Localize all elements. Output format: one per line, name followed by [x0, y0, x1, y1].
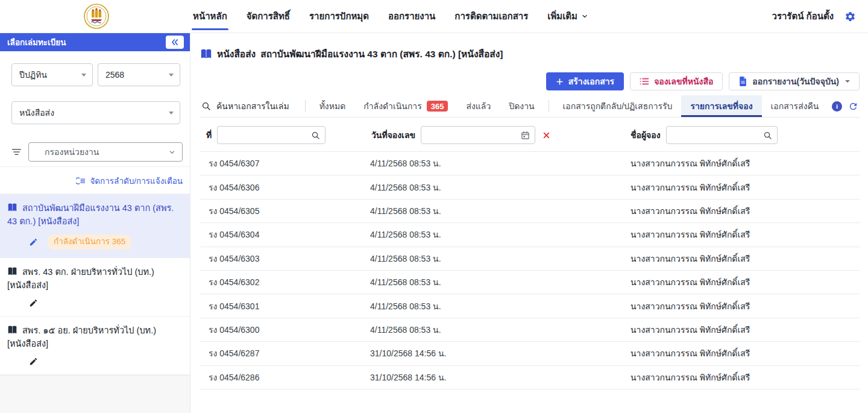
book-item-label: สพร. ๑๕ อย. ฝ่ายบริหารทั่วไป (บท.) [หนัง… — [7, 326, 156, 348]
unit-filter-select[interactable]: กรองหน่วยงาน — [28, 142, 183, 162]
file-icon — [738, 77, 747, 86]
filter-date-input[interactable] — [426, 130, 521, 140]
year-select[interactable]: 2568 — [98, 63, 180, 86]
app-logo — [0, 0, 193, 33]
cell-document-no: รง 0454/6304 — [200, 228, 370, 241]
cell-document-no: รง 0454/6287 — [200, 347, 370, 360]
manage-order-link[interactable]: จัดการลำดับ/การแจ้งเตือน — [0, 166, 190, 194]
cell-document-no: รง 0454/6301 — [200, 300, 370, 313]
cell-document-no: รง 0454/6303 — [200, 252, 370, 265]
caret-down-icon — [845, 80, 850, 83]
search-icon — [201, 101, 211, 111]
create-document-button[interactable]: สร้างเอกสาร — [546, 72, 624, 90]
column-header-no: ที่ — [206, 128, 212, 142]
book-icon — [7, 267, 17, 276]
filter-name-input[interactable] — [671, 130, 763, 140]
book-item-label: สพร. 43 ตก. ฝ่ายบริหารทั่วไป (บท.) [หนัง… — [7, 267, 154, 290]
user-name: วรารัตน์ ก้อนตั้ง — [772, 9, 834, 24]
table-row[interactable]: รง 0454/6305 4/11/2568 08:53 น. นางสาวกน… — [200, 200, 860, 223]
search-icon[interactable] — [311, 131, 320, 140]
cell-reserver-name: นางสาวกนกวรรณ พิทักษ์ศักดิ์เสรี — [631, 181, 860, 194]
register-sidebar: เลือกเล่มทะเบียน ปีปฏิทิน 2568 หนังสือส่… — [0, 33, 190, 413]
close-icon — [542, 131, 550, 139]
book-item-selected[interactable]: สถาบันพัฒนาฝีมือแรงงาน 43 ตาก (สพร. 43 ต… — [0, 194, 190, 258]
table-row[interactable]: รง 0454/6306 4/11/2568 08:53 น. นางสาวกน… — [200, 175, 860, 199]
caret-down-icon — [169, 112, 174, 115]
table-row[interactable]: รง 0454/6287 31/10/2568 14:56 น. นางสาวก… — [200, 342, 860, 365]
caret-down-icon — [81, 74, 86, 77]
book-item-label: สถาบันพัฒนาฝีมือแรงงาน 43 ตาก (สพร. 43 ต… — [7, 203, 174, 226]
cell-reserver-name: นางสาวกนกวรรณ พิทักษ์ศักดิ์เสรี — [631, 347, 860, 360]
reserved-numbers-table: รง 0454/6307 4/11/2568 08:53 น. นางสาวกน… — [200, 151, 860, 389]
table-row[interactable]: รง 0454/6286 31/10/2568 14:56 น. นางสาวก… — [200, 366, 860, 389]
gear-icon[interactable] — [844, 11, 856, 22]
calendar-icon[interactable] — [521, 131, 530, 140]
book-icon — [7, 326, 17, 335]
table-row[interactable]: รง 0454/6303 4/11/2568 08:53 น. นางสาวกน… — [200, 247, 860, 271]
book-item[interactable]: สพร. 43 ตก. ฝ่ายบริหารทั่วไป (บท.) [หนัง… — [0, 258, 190, 317]
chevron-down-icon — [581, 13, 588, 20]
cell-document-no: รง 0454/6286 — [200, 371, 370, 384]
plus-icon — [556, 78, 564, 86]
table-row[interactable]: รง 0454/6302 4/11/2568 08:53 น. นางสาวกน… — [200, 271, 860, 294]
collapse-sidebar-button[interactable] — [166, 36, 184, 49]
table-row[interactable]: รง 0454/6300 4/11/2568 08:53 น. นางสาวกน… — [200, 318, 860, 342]
tab-returned-rejected[interactable]: เอกสารถูกตีกลับ/ปฏิเสธการรับ — [554, 95, 682, 117]
cell-reserve-date: 4/11/2568 08:53 น. — [370, 157, 631, 170]
book-type-select[interactable]: หนังสือส่ง — [11, 101, 180, 124]
column-header-date: วันที่จองเลข — [371, 128, 415, 142]
cell-reserve-date: 4/11/2568 08:53 น. — [370, 181, 631, 194]
cell-reserver-name: นางสาวกนกวรรณ พิทักษ์ศักดิ์เสรี — [631, 252, 860, 265]
nav-tracking[interactable]: การติดตามเอกสาร — [454, 0, 528, 33]
search-icon[interactable] — [763, 131, 772, 140]
year-type-select[interactable]: ปีปฏิทิน — [11, 63, 93, 86]
nav-pinned[interactable]: รายการปักหมุด — [309, 0, 369, 33]
pencil-icon[interactable] — [29, 238, 38, 247]
tab-all[interactable]: ทั้งหมด — [310, 95, 355, 117]
register-book-list: สถาบันพัฒนาฝีมือแรงงาน 43 ตาก (สพร. 43 ต… — [0, 194, 190, 375]
tab-in-progress[interactable]: กำลังดำเนินการ 365 — [354, 95, 457, 117]
clear-date-button[interactable] — [542, 131, 550, 139]
table-filter-row: ที่ วันที่จองเลข — [200, 126, 860, 144]
page-title: หนังสือส่ง สถาบันพัฒนาฝีมือแรงงาน 43 ตาก… — [200, 46, 860, 61]
table-row[interactable]: รง 0454/6307 4/11/2568 08:53 น. นางสาวกน… — [200, 152, 860, 175]
page-title-book-type: หนังสือส่ง — [217, 46, 256, 61]
book-item[interactable]: สพร. ๑๕ อย. ฝ่ายบริหารทั่วไป (บท.) [หนัง… — [0, 317, 190, 375]
sidebar-header: เลือกเล่มทะเบียน — [0, 33, 190, 51]
cell-reserve-date: 4/11/2568 08:53 น. — [370, 204, 631, 218]
refresh-icon[interactable] — [848, 101, 858, 112]
cell-document-no: รง 0454/6305 — [200, 204, 370, 218]
nav-reports[interactable]: ออกรายงาน — [388, 0, 435, 33]
nav-permissions[interactable]: จัดการสิทธิ์ — [247, 0, 290, 33]
cell-reserve-date: 31/10/2568 14:56 น. — [370, 371, 631, 384]
book-icon — [7, 203, 17, 212]
nav-more[interactable]: เพิ่มเติม — [547, 0, 588, 33]
sort-settings-icon — [76, 177, 86, 185]
department-emblem-icon — [84, 4, 109, 29]
sidebar-title: เลือกเล่มทะเบียน — [7, 36, 66, 49]
main-content: หนังสือส่ง สถาบันพัฒนาฝีมือแรงงาน 43 ตาก… — [190, 33, 868, 413]
nav-home[interactable]: หน้าหลัก — [193, 0, 227, 33]
in-progress-badge: กำลังดำเนินการ 365 — [48, 235, 131, 250]
reserve-number-button[interactable]: จองเลขที่หนังสือ — [630, 72, 723, 90]
export-report-button[interactable]: ออกรายงาน(วันปัจจุบัน) — [729, 72, 860, 90]
tab-sent[interactable]: ส่งแล้ว — [457, 95, 500, 117]
tab-reserved-numbers[interactable]: รายการเลขที่จอง — [681, 95, 761, 117]
top-header: หน้าหลัก จัดการสิทธิ์ รายการปักหมุด ออกร… — [0, 0, 868, 33]
tab-search-in-book[interactable]: ค้นหาเอกสารในเล่ม — [200, 95, 300, 117]
filter-date-field — [421, 126, 535, 144]
tab-returned-documents[interactable]: เอกสารส่งคืน — [762, 95, 828, 117]
filter-no-input[interactable] — [222, 130, 311, 140]
pencil-icon[interactable] — [29, 357, 38, 366]
cell-reserve-date: 4/11/2568 08:53 น. — [370, 323, 631, 336]
info-icon[interactable]: i — [832, 101, 842, 112]
cell-reserver-name: นางสาวกนกวรรณ พิทักษ์ศักดิ์เสรี — [631, 204, 860, 218]
pencil-icon[interactable] — [29, 298, 38, 307]
table-row[interactable]: รง 0454/6304 4/11/2568 08:53 น. นางสาวกน… — [200, 223, 860, 247]
cell-reserver-name: นางสาวกนกวรรณ พิทักษ์ศักดิ์เสรี — [631, 371, 860, 384]
table-row[interactable]: รง 0454/6301 4/11/2568 08:53 น. นางสาวกน… — [200, 294, 860, 318]
tab-closed[interactable]: ปิดงาน — [500, 95, 543, 117]
filter-icon — [11, 148, 22, 156]
cell-reserve-date: 31/10/2568 14:56 น. — [370, 347, 631, 360]
sidebar-footer — [0, 375, 190, 413]
